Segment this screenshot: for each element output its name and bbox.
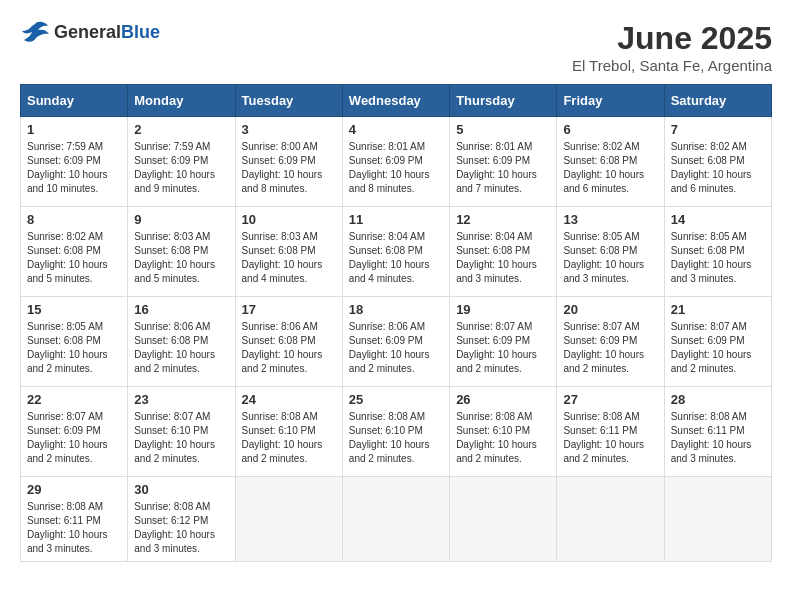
calendar-cell: 10Sunrise: 8:03 AM Sunset: 6:08 PM Dayli… bbox=[235, 207, 342, 297]
day-info: Sunrise: 8:08 AM Sunset: 6:10 PM Dayligh… bbox=[456, 410, 550, 466]
day-number: 4 bbox=[349, 122, 443, 137]
day-info: Sunrise: 8:08 AM Sunset: 6:10 PM Dayligh… bbox=[349, 410, 443, 466]
calendar-cell: 8Sunrise: 8:02 AM Sunset: 6:08 PM Daylig… bbox=[21, 207, 128, 297]
day-number: 25 bbox=[349, 392, 443, 407]
calendar-cell: 23Sunrise: 8:07 AM Sunset: 6:10 PM Dayli… bbox=[128, 387, 235, 477]
day-number: 18 bbox=[349, 302, 443, 317]
day-info: Sunrise: 8:07 AM Sunset: 6:09 PM Dayligh… bbox=[671, 320, 765, 376]
weekday-header-monday: Monday bbox=[128, 85, 235, 117]
day-number: 5 bbox=[456, 122, 550, 137]
day-number: 11 bbox=[349, 212, 443, 227]
day-number: 16 bbox=[134, 302, 228, 317]
calendar-cell: 19Sunrise: 8:07 AM Sunset: 6:09 PM Dayli… bbox=[450, 297, 557, 387]
day-number: 28 bbox=[671, 392, 765, 407]
day-info: Sunrise: 8:07 AM Sunset: 6:10 PM Dayligh… bbox=[134, 410, 228, 466]
day-number: 14 bbox=[671, 212, 765, 227]
weekday-header-tuesday: Tuesday bbox=[235, 85, 342, 117]
day-number: 17 bbox=[242, 302, 336, 317]
logo-general: General bbox=[54, 22, 121, 42]
day-number: 2 bbox=[134, 122, 228, 137]
day-number: 9 bbox=[134, 212, 228, 227]
calendar-cell: 25Sunrise: 8:08 AM Sunset: 6:10 PM Dayli… bbox=[342, 387, 449, 477]
calendar-week-row: 15Sunrise: 8:05 AM Sunset: 6:08 PM Dayli… bbox=[21, 297, 772, 387]
calendar-cell: 11Sunrise: 8:04 AM Sunset: 6:08 PM Dayli… bbox=[342, 207, 449, 297]
calendar-week-row: 29Sunrise: 8:08 AM Sunset: 6:11 PM Dayli… bbox=[21, 477, 772, 562]
calendar-cell bbox=[664, 477, 771, 562]
calendar-week-row: 22Sunrise: 8:07 AM Sunset: 6:09 PM Dayli… bbox=[21, 387, 772, 477]
day-info: Sunrise: 8:07 AM Sunset: 6:09 PM Dayligh… bbox=[456, 320, 550, 376]
logo-icon bbox=[20, 20, 50, 44]
logo-blue: Blue bbox=[121, 22, 160, 42]
calendar-week-row: 8Sunrise: 8:02 AM Sunset: 6:08 PM Daylig… bbox=[21, 207, 772, 297]
day-number: 15 bbox=[27, 302, 121, 317]
day-number: 20 bbox=[563, 302, 657, 317]
day-info: Sunrise: 8:04 AM Sunset: 6:08 PM Dayligh… bbox=[349, 230, 443, 286]
day-info: Sunrise: 8:06 AM Sunset: 6:08 PM Dayligh… bbox=[134, 320, 228, 376]
calendar-week-row: 1Sunrise: 7:59 AM Sunset: 6:09 PM Daylig… bbox=[21, 117, 772, 207]
calendar-cell: 24Sunrise: 8:08 AM Sunset: 6:10 PM Dayli… bbox=[235, 387, 342, 477]
day-info: Sunrise: 8:02 AM Sunset: 6:08 PM Dayligh… bbox=[671, 140, 765, 196]
calendar: SundayMondayTuesdayWednesdayThursdayFrid… bbox=[20, 84, 772, 562]
day-number: 24 bbox=[242, 392, 336, 407]
location-title: El Trebol, Santa Fe, Argentina bbox=[572, 57, 772, 74]
day-info: Sunrise: 8:04 AM Sunset: 6:08 PM Dayligh… bbox=[456, 230, 550, 286]
day-info: Sunrise: 8:08 AM Sunset: 6:11 PM Dayligh… bbox=[563, 410, 657, 466]
calendar-cell bbox=[235, 477, 342, 562]
day-info: Sunrise: 8:06 AM Sunset: 6:08 PM Dayligh… bbox=[242, 320, 336, 376]
calendar-cell: 2Sunrise: 7:59 AM Sunset: 6:09 PM Daylig… bbox=[128, 117, 235, 207]
calendar-cell: 29Sunrise: 8:08 AM Sunset: 6:11 PM Dayli… bbox=[21, 477, 128, 562]
calendar-cell: 4Sunrise: 8:01 AM Sunset: 6:09 PM Daylig… bbox=[342, 117, 449, 207]
weekday-header-thursday: Thursday bbox=[450, 85, 557, 117]
calendar-cell: 3Sunrise: 8:00 AM Sunset: 6:09 PM Daylig… bbox=[235, 117, 342, 207]
day-info: Sunrise: 8:05 AM Sunset: 6:08 PM Dayligh… bbox=[27, 320, 121, 376]
day-number: 10 bbox=[242, 212, 336, 227]
weekday-header-row: SundayMondayTuesdayWednesdayThursdayFrid… bbox=[21, 85, 772, 117]
day-number: 6 bbox=[563, 122, 657, 137]
day-info: Sunrise: 8:03 AM Sunset: 6:08 PM Dayligh… bbox=[242, 230, 336, 286]
calendar-cell: 1Sunrise: 7:59 AM Sunset: 6:09 PM Daylig… bbox=[21, 117, 128, 207]
calendar-cell: 9Sunrise: 8:03 AM Sunset: 6:08 PM Daylig… bbox=[128, 207, 235, 297]
day-number: 3 bbox=[242, 122, 336, 137]
weekday-header-friday: Friday bbox=[557, 85, 664, 117]
day-info: Sunrise: 8:00 AM Sunset: 6:09 PM Dayligh… bbox=[242, 140, 336, 196]
calendar-cell: 26Sunrise: 8:08 AM Sunset: 6:10 PM Dayli… bbox=[450, 387, 557, 477]
day-info: Sunrise: 8:01 AM Sunset: 6:09 PM Dayligh… bbox=[349, 140, 443, 196]
calendar-cell: 12Sunrise: 8:04 AM Sunset: 6:08 PM Dayli… bbox=[450, 207, 557, 297]
weekday-header-saturday: Saturday bbox=[664, 85, 771, 117]
logo: GeneralBlue bbox=[20, 20, 160, 44]
day-info: Sunrise: 8:02 AM Sunset: 6:08 PM Dayligh… bbox=[27, 230, 121, 286]
day-info: Sunrise: 8:06 AM Sunset: 6:09 PM Dayligh… bbox=[349, 320, 443, 376]
calendar-cell: 30Sunrise: 8:08 AM Sunset: 6:12 PM Dayli… bbox=[128, 477, 235, 562]
day-number: 21 bbox=[671, 302, 765, 317]
calendar-cell: 15Sunrise: 8:05 AM Sunset: 6:08 PM Dayli… bbox=[21, 297, 128, 387]
day-info: Sunrise: 8:05 AM Sunset: 6:08 PM Dayligh… bbox=[671, 230, 765, 286]
calendar-cell: 16Sunrise: 8:06 AM Sunset: 6:08 PM Dayli… bbox=[128, 297, 235, 387]
day-info: Sunrise: 8:05 AM Sunset: 6:08 PM Dayligh… bbox=[563, 230, 657, 286]
day-info: Sunrise: 8:07 AM Sunset: 6:09 PM Dayligh… bbox=[563, 320, 657, 376]
day-number: 8 bbox=[27, 212, 121, 227]
day-number: 1 bbox=[27, 122, 121, 137]
day-number: 26 bbox=[456, 392, 550, 407]
logo-text: GeneralBlue bbox=[54, 22, 160, 43]
header: GeneralBlue June 2025 El Trebol, Santa F… bbox=[20, 20, 772, 74]
day-info: Sunrise: 7:59 AM Sunset: 6:09 PM Dayligh… bbox=[134, 140, 228, 196]
calendar-cell: 18Sunrise: 8:06 AM Sunset: 6:09 PM Dayli… bbox=[342, 297, 449, 387]
month-title: June 2025 bbox=[572, 20, 772, 57]
day-info: Sunrise: 8:08 AM Sunset: 6:12 PM Dayligh… bbox=[134, 500, 228, 556]
calendar-cell: 22Sunrise: 8:07 AM Sunset: 6:09 PM Dayli… bbox=[21, 387, 128, 477]
day-info: Sunrise: 8:08 AM Sunset: 6:10 PM Dayligh… bbox=[242, 410, 336, 466]
day-number: 29 bbox=[27, 482, 121, 497]
day-number: 27 bbox=[563, 392, 657, 407]
calendar-cell: 7Sunrise: 8:02 AM Sunset: 6:08 PM Daylig… bbox=[664, 117, 771, 207]
calendar-cell bbox=[557, 477, 664, 562]
day-info: Sunrise: 8:03 AM Sunset: 6:08 PM Dayligh… bbox=[134, 230, 228, 286]
day-number: 30 bbox=[134, 482, 228, 497]
weekday-header-sunday: Sunday bbox=[21, 85, 128, 117]
day-info: Sunrise: 8:02 AM Sunset: 6:08 PM Dayligh… bbox=[563, 140, 657, 196]
calendar-cell: 5Sunrise: 8:01 AM Sunset: 6:09 PM Daylig… bbox=[450, 117, 557, 207]
calendar-cell: 13Sunrise: 8:05 AM Sunset: 6:08 PM Dayli… bbox=[557, 207, 664, 297]
day-number: 12 bbox=[456, 212, 550, 227]
day-info: Sunrise: 8:08 AM Sunset: 6:11 PM Dayligh… bbox=[671, 410, 765, 466]
calendar-cell: 20Sunrise: 8:07 AM Sunset: 6:09 PM Dayli… bbox=[557, 297, 664, 387]
calendar-cell: 28Sunrise: 8:08 AM Sunset: 6:11 PM Dayli… bbox=[664, 387, 771, 477]
